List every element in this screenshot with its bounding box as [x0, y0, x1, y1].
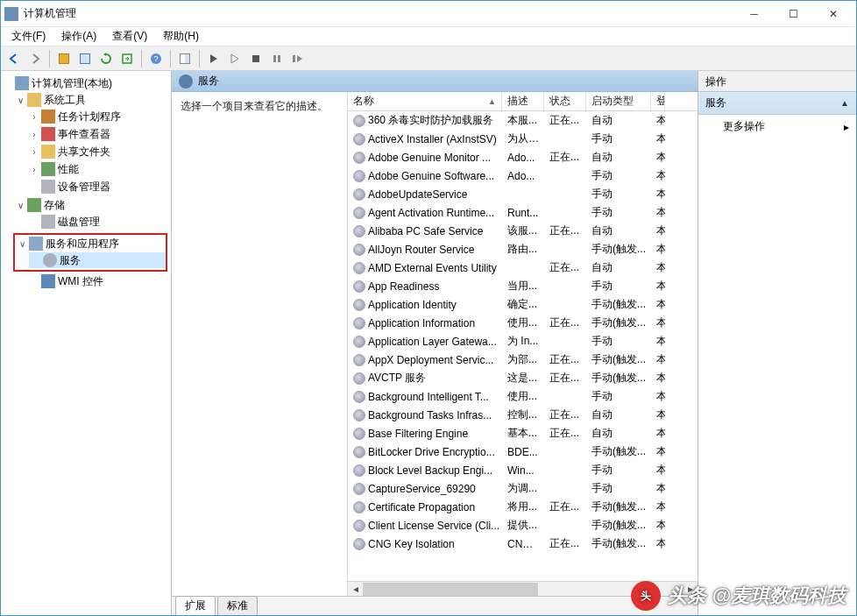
services-rows[interactable]: 360 杀毒实时防护加载服务本服...正在...自动本ActiveX Insta… — [348, 111, 698, 581]
service-row[interactable]: App Readiness当用...手动本 — [348, 277, 698, 295]
tree-task-scheduler[interactable]: ›任务计划程序 — [27, 109, 171, 124]
service-row[interactable]: Base Filtering Engine基本...正在...自动本 — [348, 424, 698, 443]
titlebar: 计算机管理 ─ ☐ ✕ — [1, 1, 856, 27]
help-button[interactable]: ? — [146, 49, 166, 68]
menu-action[interactable]: 操作(A) — [54, 27, 103, 46]
apps-icon — [29, 237, 43, 251]
cell-name: CaptureService_69290 — [348, 483, 502, 495]
service-row[interactable]: BitLocker Drive Encryptio...BDE...手动(触发.… — [348, 443, 698, 461]
service-row[interactable]: Adobe Genuine Software...Ado...手动本 — [348, 166, 698, 185]
actions-section-services[interactable]: 服务 ▲ — [698, 92, 856, 115]
tree-services-apps[interactable]: ∨服务和应用程序 — [15, 236, 166, 251]
service-row[interactable]: AVCTP 服务这是...正在...手动(触发...本 — [348, 369, 698, 387]
service-row[interactable]: ActiveX Installer (AxInstSV)为从 ...手动本 — [348, 130, 698, 148]
service-row[interactable]: Background Intelligent T...使用...手动本 — [348, 387, 698, 406]
menu-help[interactable]: 帮助(H) — [156, 27, 206, 46]
horizontal-scrollbar[interactable]: ◂ ▸ — [348, 581, 698, 596]
col-status[interactable]: 状态 — [544, 92, 586, 110]
service-row[interactable]: Block Level Backup Engi...Win...手动本 — [348, 461, 698, 479]
col-desc[interactable]: 描述 — [502, 92, 544, 110]
service-row[interactable]: Application Information使用...正在...手动(触发..… — [348, 314, 698, 332]
separator — [141, 50, 142, 67]
cell-desc: 确定... — [502, 297, 544, 312]
properties-button[interactable] — [75, 49, 95, 68]
service-row[interactable]: AMD External Events Utility正在...自动本 — [348, 258, 698, 277]
maximize-button[interactable]: ☐ — [774, 2, 813, 26]
service-row[interactable]: Agent Activation Runtime...Runt...手动本 — [348, 203, 698, 222]
cell-status: 正在... — [544, 499, 586, 514]
service-row[interactable]: Application Layer Gatewa...为 In...手动本 — [348, 332, 698, 350]
cell-desc: Win... — [502, 464, 544, 477]
tree-pane[interactable]: 计算机管理(本地) ∨系统工具 ›任务计划程序 ›事件查看器 ›共享文件夹 ›性… — [1, 71, 172, 615]
cell-logon: 本 — [651, 463, 665, 478]
scroll-left-icon[interactable]: ◂ — [348, 582, 363, 597]
col-logon[interactable]: 登 — [651, 92, 665, 110]
tree-services[interactable]: 服务 — [29, 252, 166, 268]
menu-view[interactable]: 查看(V) — [105, 27, 154, 46]
cell-startup-type: 手动(触发... — [586, 297, 651, 312]
scroll-thumb[interactable] — [363, 583, 538, 596]
tab-extended[interactable]: 扩展 — [175, 596, 216, 615]
actions-section-label: 服务 — [705, 96, 726, 110]
stop-service-button[interactable] — [246, 49, 266, 68]
cell-desc: 基本... — [502, 426, 544, 441]
cell-logon: 本 — [651, 371, 665, 386]
service-row[interactable]: 360 杀毒实时防护加载服务本服...正在...自动本 — [348, 111, 698, 130]
service-row[interactable]: Application Identity确定...手动(触发...本 — [348, 295, 698, 314]
tree-system-tools[interactable]: ∨系统工具 — [13, 92, 171, 108]
service-row[interactable]: Adobe Genuine Monitor ...Ado...正在...自动本 — [348, 148, 698, 166]
gear-icon — [353, 409, 365, 421]
action-pane-button[interactable] — [175, 49, 195, 68]
service-row[interactable]: AllJoyn Router Service路由...手动(触发...本 — [348, 240, 698, 258]
close-button[interactable]: ✕ — [813, 2, 853, 26]
tree-shared-folders[interactable]: ›共享文件夹 — [27, 144, 171, 159]
service-row[interactable]: Certificate Propagation将用...正在...手动(触发..… — [348, 498, 698, 516]
service-row[interactable]: Background Tasks Infras...控制...正在...自动本 — [348, 406, 698, 424]
tab-standard[interactable]: 标准 — [217, 596, 258, 615]
expand-icon[interactable]: › — [27, 147, 41, 157]
cell-status: 正在... — [544, 113, 586, 128]
tree-storage[interactable]: ∨存储 — [13, 197, 171, 213]
cell-desc: Runt... — [502, 207, 544, 219]
cell-name: 360 杀毒实时防护加载服务 — [348, 113, 502, 128]
cell-name: App Readiness — [348, 280, 502, 293]
refresh-button[interactable] — [96, 49, 116, 68]
forward-button[interactable] — [25, 49, 45, 68]
collapse-icon[interactable]: ∨ — [15, 239, 29, 249]
collapse-icon[interactable]: ∨ — [13, 96, 27, 105]
service-row[interactable]: CNG Key IsolationCNG...正在...手动(触发...本 — [348, 535, 698, 553]
tree-wmi[interactable]: WMI 控件 — [27, 273, 171, 289]
col-name[interactable]: 名称▲ — [348, 92, 502, 110]
export-button[interactable] — [117, 49, 137, 68]
highlight-annotation: ∨服务和应用程序 服务 — [13, 233, 167, 272]
tree-device-manager[interactable]: 设备管理器 — [27, 179, 171, 195]
service-row[interactable]: Alibaba PC Safe Service该服...正在...自动本 — [348, 222, 698, 240]
restart-service-button[interactable] — [288, 49, 308, 68]
expand-icon[interactable]: › — [27, 112, 41, 122]
tree-root[interactable]: 计算机管理(本地) — [1, 75, 171, 91]
start-service-button[interactable] — [204, 49, 223, 68]
service-row[interactable]: Client License Service (Cli...提供...手动(触发… — [348, 516, 698, 535]
collapse-icon[interactable]: ▲ — [840, 98, 849, 108]
tree-disk-mgmt[interactable]: 磁盘管理 — [27, 214, 171, 230]
scroll-right-icon[interactable]: ▸ — [683, 582, 698, 597]
back-button[interactable] — [4, 49, 24, 68]
expand-icon[interactable]: › — [27, 130, 41, 139]
tree-performance[interactable]: ›性能 — [27, 161, 171, 177]
col-startup-type[interactable]: 启动类型 — [586, 92, 651, 110]
start-service-button-2[interactable] — [225, 49, 244, 68]
service-row[interactable]: AppX Deployment Servic...为部...正在...手动(触发… — [348, 350, 698, 369]
show-hide-tree-button[interactable] — [54, 49, 74, 68]
minimize-button[interactable]: ─ — [734, 2, 774, 26]
menu-file[interactable]: 文件(F) — [4, 27, 53, 46]
collapse-icon[interactable]: ∨ — [13, 201, 27, 210]
separator — [49, 50, 50, 67]
service-row[interactable]: CaptureService_69290为调...手动本 — [348, 479, 698, 498]
cell-name: AVCTP 服务 — [348, 371, 502, 386]
gear-icon — [353, 538, 365, 550]
pause-service-button[interactable] — [267, 49, 287, 68]
expand-icon[interactable]: › — [27, 165, 41, 174]
tree-event-viewer[interactable]: ›事件查看器 — [27, 126, 171, 142]
action-more[interactable]: 更多操作 ▸ — [698, 115, 856, 138]
service-row[interactable]: AdobeUpdateService手动本 — [348, 185, 698, 203]
